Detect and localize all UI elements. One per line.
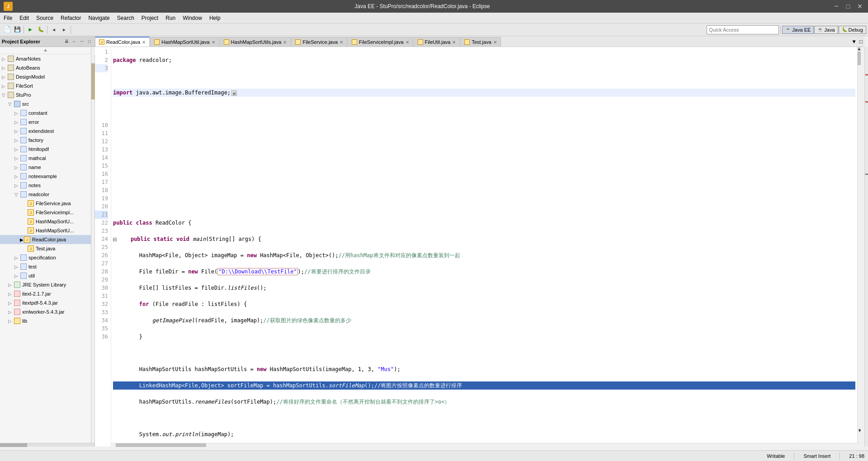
label-xmlworker: xmlworker-5.4.3.jar <box>22 309 65 315</box>
code-line-15: File[] listFiles = fileDir.listFiles(); <box>113 284 855 292</box>
sidebar-hscroll-thumb[interactable] <box>0 443 27 447</box>
explorer-link-editor[interactable]: ↔ <box>71 38 77 45</box>
line-num-blank4 <box>95 97 108 105</box>
menu-window[interactable]: Window <box>179 14 206 22</box>
tree-item-fileserviceimpl[interactable]: J FileServiceImpl... <box>0 208 91 217</box>
tree-item-jre[interactable]: ▷ JRE System Library <box>0 280 91 289</box>
arrow-mathcal: ▷ <box>14 156 20 161</box>
menu-edit[interactable]: Edit <box>16 14 33 22</box>
tree-item-readcolor[interactable]: ▽ readcolor <box>0 190 91 199</box>
menu-source[interactable]: Source <box>33 14 57 22</box>
minimize-button[interactable]: − <box>832 2 841 11</box>
status-position: 21 : 98 <box>849 453 864 459</box>
tab-readcolor-close[interactable]: ✕ <box>142 40 146 45</box>
tree-item-autobeans[interactable]: ▷ AutoBeans <box>0 63 91 72</box>
tree-item-xmlworker[interactable]: ▷ xmlworker-5.4.3.jar <box>0 307 91 316</box>
label-lib: lib <box>22 318 27 324</box>
tree-item-error[interactable]: ▷ error <box>0 118 91 127</box>
sidebar-hscroll[interactable] <box>0 443 95 447</box>
quick-access-input[interactable] <box>707 25 779 34</box>
explorer-collapse-all[interactable]: ⇊ <box>63 38 70 45</box>
tree-item-fileservice[interactable]: J FileService.java <box>0 199 91 208</box>
tab-test[interactable]: Test.java ✕ <box>460 37 500 47</box>
tree-item-test[interactable]: ▷ test <box>0 262 91 271</box>
code-line-blank4 <box>113 154 855 162</box>
tab-max-btn[interactable]: □ <box>858 37 864 47</box>
menu-help[interactable]: Help <box>206 14 224 22</box>
editor-vscrollbar-down[interactable]: ▼ <box>859 428 861 432</box>
arrow-jre: ▷ <box>8 282 14 287</box>
tab-hashmapsortutils[interactable]: HashMapSortUtils.java ✕ <box>220 37 291 47</box>
sidebar-scroll-up[interactable]: ▲ <box>0 47 91 54</box>
tree-item-readcolor-java[interactable]: ▶ J ReadColor.java <box>0 235 91 244</box>
tab-fileutil-close[interactable]: ✕ <box>452 40 456 45</box>
perspective-javaee[interactable]: ☕ Java EE <box>782 26 814 34</box>
tab-fileservice-close[interactable]: ✕ <box>340 40 343 45</box>
menu-file[interactable]: File <box>0 14 16 22</box>
tree-item-extendstest[interactable]: ▷ extendstest <box>0 127 91 136</box>
menu-refactor[interactable]: Refactor <box>57 14 85 22</box>
explorer-minimize[interactable]: ─ <box>79 38 85 45</box>
toolbar-run-button[interactable]: ▶ <box>25 25 35 35</box>
code-content[interactable]: package readcolor; import java.awt.image… <box>111 47 857 447</box>
tree-item-mathcal[interactable]: ▷ mathcal <box>0 154 91 163</box>
sidebar-scrollbar-thumb[interactable] <box>91 63 95 99</box>
line-num-30: 30 <box>95 284 108 292</box>
tree-item-designmodel[interactable]: ▷ DesignModel <box>0 72 91 81</box>
toolbar-forward-button[interactable]: ▶ <box>59 25 69 35</box>
perspective-java[interactable]: ☕ Java <box>814 26 838 34</box>
tab-fileserviceimpl-close[interactable]: ✕ <box>406 40 409 45</box>
tree-item-test-java[interactable]: J Test.java <box>0 244 91 253</box>
editor-hscrollbar[interactable] <box>111 443 861 447</box>
tree-item-hashmapsortu1[interactable]: J HashMapSortU... <box>0 217 91 226</box>
tree-item-noteexample[interactable]: ▷ noteexample <box>0 172 91 181</box>
editor-vscrollbar-thumb[interactable] <box>858 52 861 65</box>
tab-hashmapsortu[interactable]: HashMapSortUtil.java ✕ <box>150 37 219 47</box>
menu-project[interactable]: Project <box>138 14 162 22</box>
code-line-blank2 <box>113 121 855 129</box>
menu-navigate[interactable]: Navigate <box>85 14 113 22</box>
editor-vscrollbar-up[interactable]: ▲ <box>858 47 861 51</box>
maximize-button[interactable]: □ <box>844 2 853 11</box>
code-line-blank6 <box>113 186 855 194</box>
tab-fileserviceimpl[interactable]: FileServiceImpl.java ✕ <box>348 37 413 47</box>
label-extendstest: extendstest <box>28 128 54 134</box>
toolbar-back-button[interactable]: ◀ <box>49 25 59 35</box>
tree-item-src[interactable]: ▽ src <box>0 99 91 108</box>
close-button[interactable]: ✕ <box>855 2 864 11</box>
toolbar-debug-button[interactable]: 🐛 <box>36 25 46 35</box>
tree-item-amarnotes[interactable]: ▷ AmarNotes <box>0 54 91 63</box>
menu-run[interactable]: Run <box>162 14 179 22</box>
tree-item-specification[interactable]: ▷ specification <box>0 253 91 262</box>
editor-hscrollbar-thumb[interactable] <box>116 443 206 447</box>
tree-item-hashmapsortu2[interactable]: J HashMapSortU... <box>0 226 91 235</box>
tree-item-itext[interactable]: ▷ itext-2.1.7.jar <box>0 289 91 298</box>
menu-search[interactable]: Search <box>113 14 138 22</box>
tree-item-htmltopdf[interactable]: ▷ htmltopdf <box>0 145 91 154</box>
toolbar-new-button[interactable]: 📄 <box>2 25 12 35</box>
editor-vscrollbar[interactable]: ▲ ▼ <box>857 47 861 447</box>
toolbar-save-button[interactable]: 💾 <box>12 25 22 35</box>
tree-item-util[interactable]: ▷ util <box>0 271 91 280</box>
tree-item-constant[interactable]: ▷ constant <box>0 108 91 118</box>
tab-hashmapsortutils-close[interactable]: ✕ <box>283 40 287 45</box>
tree-item-notes[interactable]: ▷ notes <box>0 181 91 190</box>
tab-hashmapsortu-close[interactable]: ✕ <box>212 40 215 45</box>
tree-item-filesort[interactable]: ▷ FileSort <box>0 81 91 90</box>
icon-fileservice: J <box>27 200 34 207</box>
tab-fileservice[interactable]: FileService.java ✕ <box>291 37 347 47</box>
perspective-debug[interactable]: 🐛 Debug <box>839 26 866 34</box>
arrow-htmltopdf: ▷ <box>14 147 20 152</box>
tab-overflow-btn[interactable]: ▼ <box>851 37 858 47</box>
tree-item-lib[interactable]: ▷ lib <box>0 316 91 325</box>
tree-item-stupro[interactable]: ▽ StuPro <box>0 90 91 99</box>
tab-test-close[interactable]: ✕ <box>493 40 497 45</box>
tab-fileutil[interactable]: FileUtil.java ✕ <box>414 37 460 47</box>
tree-item-name[interactable]: ▷ name <box>0 163 91 172</box>
explorer-maximize[interactable]: □ <box>86 38 93 45</box>
sidebar-scrollbar[interactable] <box>91 54 95 447</box>
code-line-22: hashMapSortUtils.renameFiles(sortFileMap… <box>113 398 855 406</box>
tab-readcolor[interactable]: J ReadColor.java ✕ <box>95 37 150 47</box>
tree-item-factory[interactable]: ▷ factory <box>0 136 91 145</box>
tree-item-itextpdf[interactable]: ▷ itextpdf-5.4.3.jar <box>0 298 91 307</box>
